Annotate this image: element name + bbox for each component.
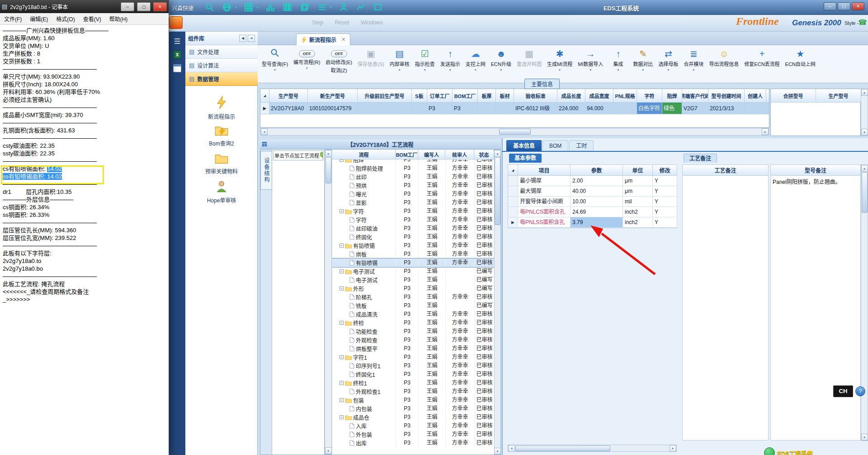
scroll-down-icon[interactable]: ▾: [861, 129, 868, 136]
toggle-off[interactable]: OFF: [299, 50, 315, 57]
ribbon-button[interactable]: ↑集成▾: [606, 47, 630, 73]
component-category[interactable]: ▤设计算法: [185, 59, 258, 72]
tab-bom[interactable]: BOM: [542, 140, 568, 151]
help-icon[interactable]: ?: [855, 386, 865, 396]
process-notes-column-header[interactable]: 工艺备注: [683, 165, 768, 176]
ribbon-button[interactable]: ★ECN自动上网: [783, 47, 818, 68]
tab-process-notes[interactable]: 工艺备注: [684, 154, 717, 163]
scroll-right-icon[interactable]: ▸: [670, 445, 676, 452]
tab-basic-parameters[interactable]: 基本参数: [509, 154, 542, 163]
dropdown-arrow-icon[interactable]: ▾: [330, 5, 332, 9]
dropdown-arrow-icon[interactable]: ▾: [668, 68, 670, 72]
scroll-down-icon[interactable]: ▾: [861, 434, 868, 441]
minimize-button[interactable]: ─: [121, 2, 134, 11]
parameter-row[interactable]: 最大锡厚40.00μmY: [508, 186, 676, 197]
phone-icon[interactable]: ☎: [858, 18, 867, 27]
column-header[interactable]: 项目: [518, 165, 571, 176]
notes-vscrollbar[interactable]: ▴ ▾: [861, 164, 868, 441]
dropdown-arrow-icon[interactable]: ▾: [306, 66, 308, 70]
close-tab-icon[interactable]: ✕: [341, 37, 345, 42]
dropdown-arrow-icon[interactable]: ▾: [559, 68, 561, 72]
column-header[interactable]: 生产型号: [269, 89, 308, 103]
minimize-button[interactable]: ─: [824, 2, 836, 10]
column-header[interactable]: SO: [766, 89, 769, 103]
column-header[interactable]: 板材: [496, 89, 514, 103]
tab-basic-info[interactable]: 基本信息: [506, 140, 542, 151]
ribbon-button[interactable]: ☻ECN升级▾: [489, 47, 514, 73]
dropdown-arrow-icon[interactable]: ▾: [590, 68, 592, 72]
scroll-left-icon[interactable]: ◂: [508, 445, 515, 452]
column-header[interactable]: 阻焊: [662, 89, 682, 103]
copy-icon[interactable]: [299, 2, 310, 13]
column-header[interactable]: 验收标准: [514, 89, 557, 103]
column-header[interactable]: 型号创建时间: [708, 89, 745, 103]
parameter-hscrollbar[interactable]: ◂ ▸: [508, 445, 677, 452]
shortcut-person[interactable]: Hope单审核: [185, 178, 258, 206]
dropdown-arrow-icon[interactable]: ▾: [618, 68, 619, 72]
menu-icon[interactable]: ☰: [174, 38, 180, 45]
columns-icon[interactable]: [282, 2, 293, 13]
list-icon[interactable]: [316, 2, 327, 13]
ribbon-button[interactable]: OFF启动修改(E)取消(Z): [323, 47, 354, 75]
column-header[interactable]: 生产型号: [816, 89, 861, 103]
column-header[interactable]: 新生产型号: [308, 89, 358, 103]
ribbon-button[interactable]: ☺导出流程信息: [707, 47, 741, 68]
scroll-thumb[interactable]: [499, 129, 531, 135]
column-header[interactable]: S板: [412, 89, 427, 103]
shortcut-folder-lightning[interactable]: Bom查询2: [185, 122, 258, 150]
dropdown-arrow-icon[interactable]: ▾: [235, 5, 237, 9]
shortcut-folder[interactable]: 预审关键物料: [185, 150, 258, 178]
ribbon-button[interactable]: OFF编写流程(R)▾: [291, 47, 322, 71]
column-header[interactable]: 成品长度: [557, 89, 585, 103]
component-category[interactable]: ▤数据管理: [185, 72, 258, 86]
dropdown-arrow-icon[interactable]: ▾: [257, 5, 259, 9]
ribbon-button[interactable]: 型号查询(F)▾: [259, 47, 290, 73]
globe-icon[interactable]: [222, 2, 232, 13]
menu-item[interactable]: 文件(F): [0, 15, 26, 23]
parameter-row[interactable]: ▶每PNLSS面积含孔3.79inch2Y: [508, 217, 676, 228]
column-header[interactable]: 成品宽度: [585, 89, 613, 103]
search-icon[interactable]: [204, 2, 215, 13]
dropdown-arrow-icon[interactable]: ▾: [475, 68, 476, 72]
dropdown-arrow-icon[interactable]: ▾: [642, 68, 644, 72]
style-selector[interactable]: Style -: [844, 20, 859, 26]
shortcut-lightning[interactable]: 新流程指示: [185, 94, 258, 122]
scroll-thumb[interactable]: [515, 446, 610, 451]
ribbon-button[interactable]: ⇄选择母板▾: [656, 47, 680, 73]
column-header[interactable]: 升级前旧生产型号: [358, 89, 412, 103]
ribbon-button[interactable]: ≣合并模块▾: [681, 47, 706, 73]
model-grid-selected-row[interactable]: ▶2V2G7Y18A010010200147579P3P3IPC-6012 II…: [260, 103, 769, 114]
scissors-icon[interactable]: [265, 2, 276, 13]
dropdown-arrow-icon[interactable]: ▾: [693, 68, 695, 72]
merge-grid-vscrollbar[interactable]: ▴ ▾: [861, 89, 868, 136]
dropdown-arrow-icon[interactable]: ▾: [500, 68, 502, 72]
column-header[interactable]: 板厚: [478, 89, 496, 103]
close-button[interactable]: ✕: [153, 2, 167, 11]
ribbon-button[interactable]: ✱生成MI流程▾: [545, 47, 575, 73]
column-header[interactable]: 参数: [571, 165, 623, 176]
notepad-text-area[interactable]: ————广州兴森快捷拼板信息————成品板厚(MM): 1.60交货单位 (MM…: [0, 25, 169, 303]
menu-item[interactable]: 帮助(H): [105, 15, 132, 23]
excel-icon[interactable]: X: [173, 51, 181, 59]
ribbon-button[interactable]: ↑发送指示▾: [438, 47, 462, 73]
grid-icon[interactable]: [243, 2, 254, 13]
ribbon-button[interactable]: ✎数据对比▾: [631, 47, 655, 73]
tab-new-flow-instruction[interactable]: 新流程指示 ✕: [296, 33, 350, 45]
ribbon-button[interactable]: ☑指示检查▾: [413, 47, 437, 73]
person-icon[interactable]: [338, 2, 349, 13]
model-grid-hscrollbar[interactable]: ◂ ▸: [260, 128, 769, 136]
flame-icon[interactable]: [169, 16, 183, 29]
column-header[interactable]: 单位: [623, 165, 653, 176]
chart-icon[interactable]: [355, 2, 366, 13]
column-header[interactable]: PNL规格: [613, 89, 637, 103]
column-header[interactable]: 合拼型号: [771, 89, 816, 103]
ribbon-button[interactable]: ▤内部审核▾: [387, 47, 412, 73]
scroll-thumb[interactable]: [862, 172, 868, 213]
parameter-row[interactable]: 每PNLCS面积含孔24.69inch2Y: [508, 207, 676, 217]
taskbar-item[interactable]: EDS工程系统: [764, 447, 813, 455]
parameter-row[interactable]: 开窗导体最小间距10.00milY: [508, 197, 676, 207]
ribbon-button[interactable]: →MI数据导入▾: [576, 47, 605, 73]
dropdown-arrow-icon[interactable]: ▾: [449, 68, 451, 72]
model-notes-column-header[interactable]: 型号备注: [771, 165, 860, 176]
component-category[interactable]: ▤文件处理: [185, 45, 258, 59]
